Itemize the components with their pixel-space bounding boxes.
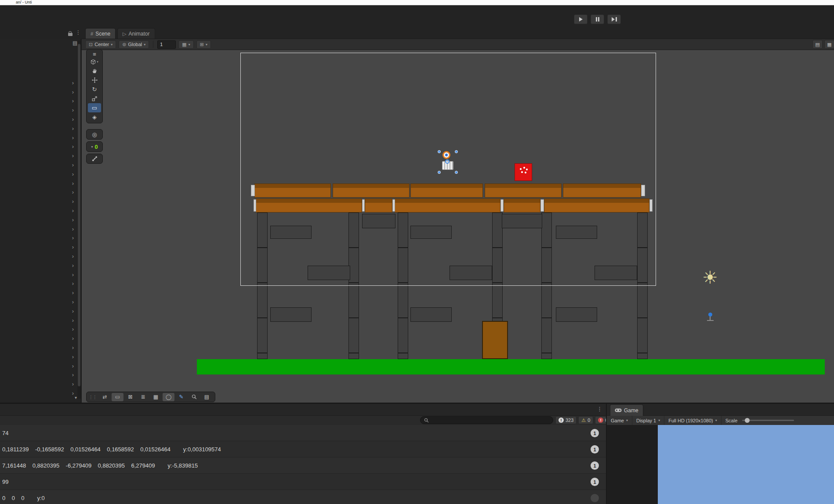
counter-overlay[interactable]: ▾ 0 — [86, 141, 103, 152]
joystick-gizmo[interactable] — [707, 313, 714, 324]
tab-game[interactable]: Game — [610, 404, 643, 416]
hierarchy-expand-arrow[interactable]: › — [69, 234, 77, 243]
pivot-mode-dropdown[interactable]: ⊡ Center ▾ — [85, 40, 116, 49]
hierarchy-expand-arrow[interactable]: › — [69, 124, 77, 133]
hierarchy-expand-arrow[interactable]: › — [69, 316, 77, 325]
circle-tool-button[interactable]: ◯ — [163, 393, 174, 401]
hierarchy-expand-arrow[interactable]: › — [69, 224, 77, 234]
hierarchy-expand-arrow[interactable]: › — [69, 115, 77, 124]
hierarchy-expand-arrow[interactable]: › — [69, 87, 77, 97]
layers-button[interactable]: ≣ — [137, 393, 149, 401]
scene-camera-settings-button[interactable]: ▤ — [812, 40, 823, 49]
scale-slider-track[interactable] — [742, 420, 794, 421]
move-tool-button[interactable] — [88, 76, 101, 85]
player-head — [442, 151, 450, 159]
view-mode-dropdown[interactable]: Game ▾ — [607, 416, 632, 425]
selection-handle[interactable] — [438, 150, 441, 153]
hierarchy-expand-arrow[interactable]: › — [69, 78, 77, 87]
rotate-tool-button[interactable]: ↻ — [88, 85, 101, 94]
console-search-input[interactable] — [431, 418, 549, 423]
hierarchy-expand-arrow[interactable]: › — [69, 361, 77, 371]
console-log-row[interactable]: 7,161448 0,8820395 -6,279409 0,8820395 6… — [0, 457, 606, 474]
hierarchy-expand-arrow[interactable]: › — [69, 197, 77, 206]
resolution-label: Full HD (1920x1080) — [668, 418, 713, 423]
step-button[interactable] — [607, 14, 621, 24]
display-dropdown[interactable]: Display 1 ▾ — [632, 416, 664, 425]
hierarchy-expand-arrow[interactable]: › — [69, 343, 77, 352]
selection-handle[interactable] — [455, 150, 458, 153]
hierarchy-expand-arrow[interactable]: › — [69, 160, 77, 169]
console-log-row[interactable]: 99 1 — [0, 474, 606, 490]
palette-button[interactable]: ▤ — [201, 393, 213, 401]
console-log-row[interactable]: 0,1811239 -0,1658592 0,01526464 0,165859… — [0, 441, 606, 457]
hierarchy-expand-arrow[interactable]: › — [69, 151, 77, 160]
overlay-grip[interactable]: ⋮⋮ — [89, 395, 97, 400]
play-button[interactable] — [574, 14, 587, 24]
hand-tool-button[interactable] — [88, 66, 101, 76]
console-menu-icon[interactable]: ⋮ — [597, 406, 602, 412]
rect-overlay-button[interactable]: ▭ — [112, 393, 123, 401]
hierarchy-expand-arrow[interactable]: › — [69, 206, 77, 215]
directional-light-gizmo[interactable]: ☀ — [702, 269, 718, 286]
space-mode-dropdown[interactable]: ⊚ Global ▾ — [119, 40, 149, 49]
grid-size-field[interactable] — [157, 40, 176, 49]
hierarchy-expand-arrow[interactable]: › — [69, 325, 77, 334]
hierarchy-expand-arrow[interactable]: › — [69, 133, 77, 142]
pane-menu-icon[interactable]: ⋮ — [76, 29, 81, 36]
hierarchy-expand-arrow[interactable]: › — [69, 270, 77, 279]
transform-tool-button[interactable]: ◈ — [88, 112, 101, 122]
shuffle-tool-button[interactable]: ⇄ — [99, 393, 111, 401]
hierarchy-expand-arrow[interactable]: › — [69, 179, 77, 188]
hierarchy-expand-arrow[interactable]: › — [69, 105, 77, 115]
custom-tool-button[interactable]: ◎ — [86, 129, 103, 140]
hierarchy-expand-arrow[interactable]: › — [69, 371, 77, 380]
hierarchy-expand-arrow[interactable]: › — [69, 288, 77, 297]
grid-visibility-button[interactable]: ▦ — [150, 393, 162, 401]
gizmos-toggle-button[interactable]: ▦ — [824, 40, 834, 49]
hierarchy-expand-arrow[interactable]: › — [69, 215, 77, 224]
pivot-gizmo[interactable] — [445, 159, 450, 164]
log-count-toggle[interactable]: ! 323 — [555, 416, 577, 424]
close-square-button[interactable]: ⊠ — [124, 393, 136, 401]
hierarchy-collapse-arrow[interactable]: ▾ — [75, 395, 77, 400]
hierarchy-expand-arrow[interactable]: › — [69, 252, 77, 261]
hierarchy-expand-arrow[interactable]: › — [69, 97, 77, 106]
selection-handle[interactable] — [438, 171, 441, 174]
hierarchy-expand-arrow[interactable]: › — [69, 279, 77, 288]
pencil-tool-button[interactable]: ✎ — [175, 393, 187, 401]
tab-scene[interactable]: # Scene — [85, 28, 116, 39]
scale-tool-button[interactable] — [88, 94, 101, 103]
selection-handle[interactable] — [455, 171, 458, 174]
game-viewport[interactable] — [658, 425, 834, 504]
console-log-row[interactable]: 0 0 0 y:0 — [0, 490, 606, 504]
rect-tool-button[interactable]: ▭ — [88, 103, 101, 112]
hierarchy-expand-arrow[interactable]: › — [69, 261, 77, 270]
snap-settings-dropdown[interactable]: ⊞ ▾ — [196, 40, 211, 49]
move-icon — [92, 77, 98, 83]
view-tool-button[interactable]: ▾ — [88, 57, 101, 66]
player-sprite[interactable] — [439, 151, 457, 173]
zoom-tool-button[interactable] — [188, 393, 200, 401]
hierarchy-expand-arrow[interactable]: › — [69, 306, 77, 316]
grid-snap-dropdown[interactable]: ▦ ▾ — [178, 40, 193, 49]
lock-icon[interactable] — [68, 31, 73, 36]
pause-button[interactable] — [591, 14, 604, 24]
warning-count-toggle[interactable]: ⚠ 0 — [578, 416, 593, 424]
console-log-row[interactable]: 74 1 — [0, 425, 606, 441]
resolution-dropdown[interactable]: Full HD (1920x1080) ▾ — [664, 416, 722, 425]
hierarchy-expand-arrow[interactable]: › — [69, 352, 77, 361]
hierarchy-expand-arrow[interactable]: › — [69, 242, 77, 252]
tab-animator[interactable]: ▷ Animator — [117, 28, 155, 39]
enemy-sprite[interactable] — [515, 163, 532, 181]
hierarchy-expand-arrow[interactable]: › — [69, 169, 77, 179]
hierarchy-panel-icon[interactable]: ▤ — [73, 40, 77, 46]
scale-slider-knob[interactable] — [745, 418, 750, 423]
hierarchy-expand-arrow[interactable]: › — [69, 379, 77, 389]
hierarchy-expand-arrow[interactable]: › — [69, 297, 77, 306]
overlay-handle-icon[interactable]: ≡ — [88, 51, 101, 57]
hierarchy-scrollbar-thumb[interactable] — [78, 44, 80, 386]
hierarchy-expand-arrow[interactable]: › — [69, 334, 77, 343]
hierarchy-expand-arrow[interactable]: › — [69, 142, 77, 151]
hierarchy-expand-arrow[interactable]: › — [69, 188, 77, 197]
bone-tool-button[interactable] — [86, 154, 103, 164]
